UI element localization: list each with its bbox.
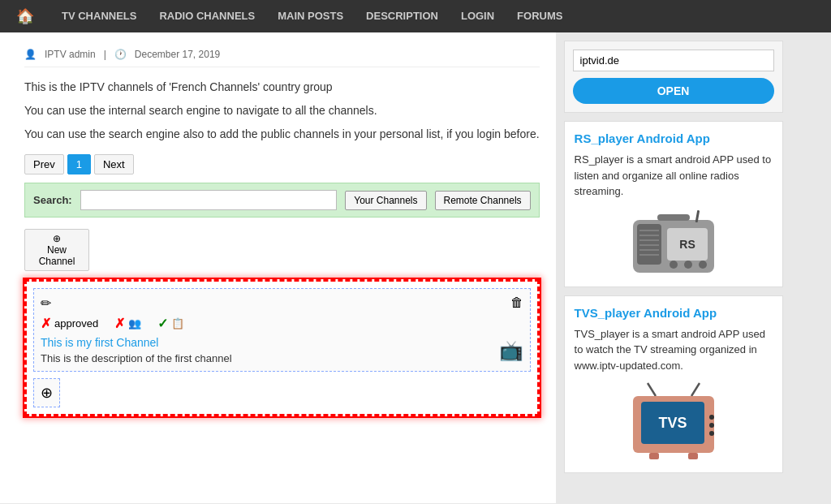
channel-info: This is my first Channel This is the des…: [41, 336, 232, 364]
post-author: IPTV admin: [45, 49, 96, 60]
svg-point-11: [684, 261, 692, 269]
prev-button[interactable]: Prev: [24, 154, 64, 174]
approved-x-icon: ✗: [41, 316, 51, 331]
svg-point-23: [709, 431, 714, 436]
visible-status: ✓ 📋: [157, 316, 184, 331]
channel-item-header: ✏ 🗑: [41, 295, 523, 311]
channel-link[interactable]: This is my first Channel: [41, 336, 232, 349]
page-layout: 👤 IPTV admin | 🕐 December 17, 2019 This …: [0, 32, 831, 504]
edit-icon[interactable]: ✏: [41, 295, 51, 311]
search-label: Search:: [33, 194, 72, 206]
nav-description[interactable]: DESCRIPTION: [355, 0, 450, 32]
rs-player-title: RS_player Android App: [575, 131, 773, 145]
nav-login[interactable]: LOGIN: [450, 0, 506, 32]
post-desc3: You can use the search engine also to ad…: [24, 126, 540, 143]
preview-icon: 📋: [171, 317, 184, 330]
ad-url-input[interactable]: [573, 50, 774, 71]
approved-label: approved: [54, 317, 98, 330]
svg-point-22: [709, 423, 714, 428]
group-icon: 👥: [128, 317, 141, 330]
pagination-bar: Prev 1 Next: [24, 154, 540, 174]
trash-icon[interactable]: 🗑: [510, 295, 523, 310]
nav-forums[interactable]: FORUMS: [506, 0, 574, 32]
your-channels-button[interactable]: Your Channels: [345, 191, 426, 210]
author-icon: 👤: [24, 49, 37, 60]
tvs-player-desc: TVS_player is a smart android APP used t…: [575, 326, 773, 374]
nav-radio-channels[interactable]: RADIO CHANNELS: [148, 0, 266, 32]
visible-check-icon: ✓: [157, 316, 168, 331]
tv-icon[interactable]: 📺: [499, 339, 523, 362]
add-channel-plus-icon: ⊕: [41, 384, 53, 402]
tvs-player-widget: TVS_player Android App TVS_player is a s…: [564, 295, 783, 474]
svg-point-21: [709, 415, 714, 420]
post-desc2: You can use the internal search engine t…: [24, 102, 540, 119]
home-icon[interactable]: 🏠: [8, 2, 42, 30]
top-navigation: 🏠 TV CHANNELS RADIO CHANNELS MAIN POSTS …: [0, 0, 831, 32]
new-channel-button[interactable]: ⊕ New Channel: [24, 229, 89, 271]
channel-item-footer: This is my first Channel This is the des…: [41, 336, 523, 364]
group-x-icon: ✗: [114, 316, 125, 331]
add-channel-inner[interactable]: ⊕: [33, 378, 60, 407]
new-channel-plus-icon: ⊕: [53, 233, 61, 244]
next-button[interactable]: Next: [94, 154, 134, 174]
svg-text:RS: RS: [679, 238, 695, 251]
svg-line-17: [691, 383, 700, 396]
group-status: ✗ 👥: [114, 316, 141, 331]
search-input[interactable]: [80, 190, 338, 210]
search-bar: Search: Your Channels Remote Channels: [24, 183, 540, 218]
channel-item: ✏ 🗑 ✗ approved ✗ 👥: [33, 288, 531, 372]
nav-tv-channels[interactable]: TV CHANNELS: [50, 0, 148, 32]
post-date: December 17, 2019: [135, 49, 220, 60]
ad-widget: OPEN: [564, 41, 783, 113]
rs-player-desc: RS_player is a smart android APP used to…: [575, 152, 773, 200]
rs-player-widget: RS_player Android App RS_player is a sma…: [564, 121, 783, 287]
rs-player-image-container: RS ∿: [575, 208, 773, 277]
main-content-area: 👤 IPTV admin | 🕐 December 17, 2019 This …: [0, 32, 556, 504]
svg-text:∿: ∿: [703, 213, 709, 221]
channel-container: ✏ 🗑 ✗ approved ✗ 👥: [24, 279, 540, 416]
open-button[interactable]: OPEN: [573, 78, 774, 104]
sidebar: OPEN RS_player Android App RS_player is …: [556, 32, 791, 504]
tvs-player-title: TVS_player Android App: [575, 306, 773, 320]
svg-rect-24: [649, 453, 659, 459]
remote-channels-button[interactable]: Remote Channels: [435, 191, 531, 210]
svg-rect-25: [688, 453, 698, 459]
approved-status: ✗ approved: [41, 316, 98, 331]
date-icon: 🕐: [114, 49, 127, 60]
separator: |: [104, 49, 106, 60]
post-desc1: This is the IPTV channels of 'French Cha…: [24, 79, 540, 96]
new-channel-label: New Channel: [33, 244, 80, 267]
svg-line-16: [648, 383, 656, 396]
channel-status-row: ✗ approved ✗ 👥 ✓ 📋: [41, 316, 523, 331]
channel-description: This is the description of the first cha…: [41, 352, 232, 364]
svg-point-12: [699, 261, 707, 269]
rs-player-svg: RS ∿: [625, 208, 722, 277]
svg-text:TVS: TVS: [658, 415, 687, 431]
svg-rect-15: [657, 214, 690, 221]
svg-point-10: [670, 261, 678, 269]
tvs-player-svg: TVS: [625, 381, 722, 463]
post-meta: 👤 IPTV admin | 🕐 December 17, 2019: [24, 49, 540, 67]
tvs-player-image-container: TVS: [575, 381, 773, 463]
nav-main-posts[interactable]: MAIN POSTS: [266, 0, 355, 32]
post-content: 👤 IPTV admin | 🕐 December 17, 2019 This …: [0, 32, 556, 503]
page-1-button[interactable]: 1: [67, 154, 91, 174]
